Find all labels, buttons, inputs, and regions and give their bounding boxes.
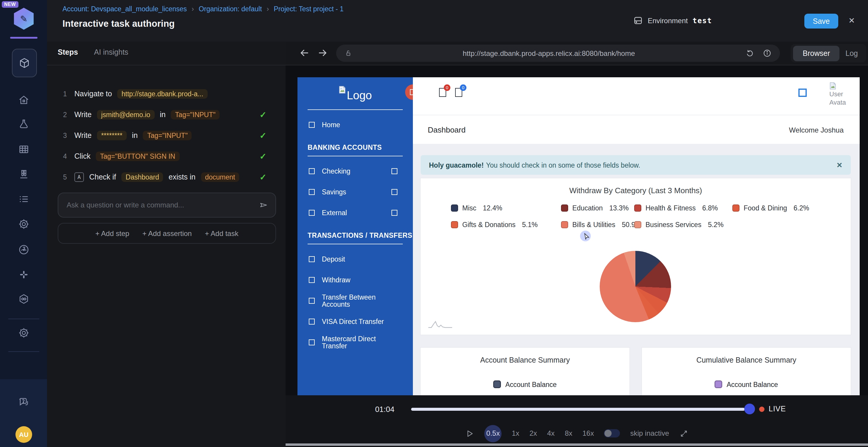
bank-nav-item-transfer-between-accounts[interactable]: Transfer Between Accounts bbox=[298, 295, 413, 307]
help-chat-button[interactable] bbox=[18, 397, 30, 408]
user-avatar[interactable]: AU bbox=[16, 426, 32, 443]
save-button[interactable]: Save bbox=[804, 14, 838, 29]
fullscreen-icon[interactable] bbox=[679, 429, 688, 438]
play-button[interactable] bbox=[466, 429, 474, 438]
speed-option-8x[interactable]: 8x bbox=[565, 429, 572, 438]
forward-button[interactable] bbox=[316, 47, 329, 59]
sidebar-item-integrations[interactable] bbox=[18, 269, 30, 281]
sidebar-item-home[interactable] bbox=[18, 94, 30, 106]
sidebar-item-test-runs[interactable] bbox=[18, 168, 30, 180]
step-number: 4 bbox=[63, 152, 69, 160]
url-text[interactable]: http://stage.dbank.prod-apps.relicx.ai:8… bbox=[352, 49, 745, 57]
step-tag-chip[interactable]: document bbox=[201, 172, 239, 182]
steps-panel-tabs: Steps AI insights bbox=[47, 42, 285, 65]
step-row[interactable]: 4ClickTag="BUTTON" SIGN IN✓ bbox=[47, 146, 285, 166]
bank-nav-item-visa-direct-transfer[interactable]: VISA Direct Transfer bbox=[298, 316, 413, 328]
sidebar-item-suites[interactable] bbox=[18, 143, 30, 155]
legend-value: 12.4% bbox=[483, 204, 502, 212]
add-actions-bar: + Add step + Add assertion + Add task bbox=[58, 223, 276, 244]
speed-option-2x[interactable]: 2x bbox=[529, 429, 537, 438]
legend-item[interactable]: Gifts & Donations5.1% bbox=[451, 221, 537, 228]
bank-nav-item-mastercard-direct-transfer[interactable]: Mastercard Direct Transfer bbox=[298, 337, 413, 348]
speed-option-16x[interactable]: 16x bbox=[583, 429, 594, 438]
bank-logo[interactable]: Logo bbox=[298, 77, 413, 106]
step-value-chip[interactable]: http://stage.dbank.prod-a... bbox=[117, 89, 207, 98]
step-success-check-icon: ✓ bbox=[260, 110, 267, 119]
notification-icon[interactable]: 0 bbox=[455, 88, 462, 99]
sidebar-item-config[interactable] bbox=[18, 218, 30, 230]
user-avatar-broken-image[interactable]: User Avata bbox=[829, 82, 848, 113]
step-row[interactable]: 2Writejsmith@demo.ioinTag="INPUT"✓ bbox=[47, 104, 285, 125]
add-task-button[interactable]: + Add task bbox=[205, 229, 239, 238]
step-success-check-icon: ✓ bbox=[260, 151, 267, 161]
bank-nav-item-checking[interactable]: Checking bbox=[298, 165, 413, 177]
page-title: Interactive task authoring bbox=[62, 19, 175, 29]
sparkline-icon bbox=[428, 319, 453, 329]
step-tag-chip[interactable]: Tag="INPUT" bbox=[171, 110, 220, 119]
tab-browser[interactable]: Browser bbox=[793, 45, 840, 61]
add-assertion-button[interactable]: + Add assertion bbox=[143, 229, 192, 238]
step-row[interactable]: 5ACheck ifDashboardexists indocument✓ bbox=[47, 166, 285, 187]
step-value-chip[interactable]: ******** bbox=[97, 131, 127, 140]
app-logo-icon[interactable]: ✎ bbox=[13, 8, 34, 30]
sidebar-item-settings[interactable] bbox=[18, 327, 30, 339]
bank-nav-item-savings[interactable]: Savings bbox=[298, 186, 413, 198]
tab-steps[interactable]: Steps bbox=[58, 48, 78, 57]
step-text: Write bbox=[74, 131, 92, 139]
broken-image-icon bbox=[392, 210, 397, 216]
step-tag-chip[interactable]: Tag="BUTTON" SIGN IN bbox=[96, 151, 179, 161]
timeline-thumb[interactable] bbox=[744, 404, 755, 414]
skip-inactive-toggle[interactable] bbox=[604, 429, 620, 438]
send-icon[interactable] bbox=[259, 200, 268, 210]
step-value-chip[interactable]: Dashboard bbox=[121, 172, 163, 182]
bank-page-title: Dashboard bbox=[428, 126, 466, 134]
legend-item[interactable]: Education13.3% bbox=[561, 204, 629, 212]
command-input[interactable] bbox=[58, 201, 259, 209]
notification-icon[interactable]: 0 bbox=[439, 88, 446, 99]
bank-nav-item-withdraw[interactable]: Withdraw bbox=[298, 274, 413, 286]
legend-swatch bbox=[494, 380, 501, 388]
pie-chart[interactable] bbox=[600, 251, 671, 322]
breadcrumb-project-link[interactable]: Project: Test project - 1 bbox=[274, 5, 344, 12]
add-step-button[interactable]: + Add step bbox=[95, 229, 129, 238]
reload-icon[interactable] bbox=[745, 49, 754, 58]
url-bar[interactable]: http://stage.dbank.prod-apps.relicx.ai:8… bbox=[336, 44, 780, 62]
legend-item[interactable]: Food & Dining6.2% bbox=[732, 204, 809, 212]
breadcrumb-account-link[interactable]: Account: Devspace_all_module_licenses bbox=[62, 5, 187, 12]
timeline-slider[interactable] bbox=[411, 408, 745, 411]
tab-ai-insights[interactable]: AI insights bbox=[94, 48, 128, 57]
breadcrumb-organization-link[interactable]: Organization: default bbox=[199, 5, 262, 12]
bank-nav-item-home[interactable]: Home bbox=[298, 119, 413, 131]
sidebar-item-package[interactable] bbox=[12, 49, 37, 77]
bank-nav-item-deposit[interactable]: Deposit bbox=[298, 253, 413, 265]
steps-list: 1Navigate tohttp://stage.dbank.prod-a...… bbox=[47, 65, 285, 187]
alert-close-icon[interactable]: ✕ bbox=[836, 161, 842, 169]
sidebar-item-tasks-list[interactable] bbox=[18, 193, 30, 205]
legend-item[interactable]: Misc12.4% bbox=[451, 204, 502, 212]
step-row[interactable]: 3Write********inTag="INPUT"✓ bbox=[47, 125, 285, 146]
legend-item[interactable]: Health & Fitness6.8% bbox=[634, 204, 718, 212]
legend-item[interactable]: Bills & Utilities50.9% bbox=[561, 221, 641, 228]
back-button[interactable] bbox=[299, 47, 311, 59]
bank-sidebar: Logo HomeBANKING ACCOUNTSCheckingSavings… bbox=[298, 77, 413, 395]
speed-option-0.5x[interactable]: 0.5x bbox=[485, 425, 502, 442]
speed-option-1x[interactable]: 1x bbox=[512, 429, 519, 438]
chevron-right-icon: › bbox=[192, 5, 194, 13]
step-tag-chip[interactable]: Tag="INPUT" bbox=[143, 131, 192, 140]
slack-integration-icon bbox=[18, 269, 30, 281]
tab-log[interactable]: Log bbox=[839, 45, 864, 61]
sidebar-item-session-insights[interactable] bbox=[18, 244, 30, 255]
step-text: exists in bbox=[169, 173, 195, 181]
step-value-chip[interactable]: jsmith@demo.io bbox=[97, 110, 154, 119]
broken-glyph-icon[interactable] bbox=[798, 89, 807, 97]
info-icon[interactable] bbox=[763, 49, 772, 58]
bank-nav-item-external[interactable]: External bbox=[298, 207, 413, 219]
sidebar-item-experiments[interactable] bbox=[18, 118, 30, 130]
close-icon[interactable]: ✕ bbox=[848, 16, 855, 25]
speed-option-4x[interactable]: 4x bbox=[547, 429, 555, 438]
sidebar-item-workflows[interactable] bbox=[18, 293, 30, 305]
step-row[interactable]: 1Navigate tohttp://stage.dbank.prod-a... bbox=[47, 83, 285, 104]
legend-item[interactable]: Business Services5.2% bbox=[634, 221, 723, 228]
legend-label: Business Services bbox=[646, 221, 702, 228]
environment-selector[interactable]: Environment test bbox=[633, 15, 712, 26]
